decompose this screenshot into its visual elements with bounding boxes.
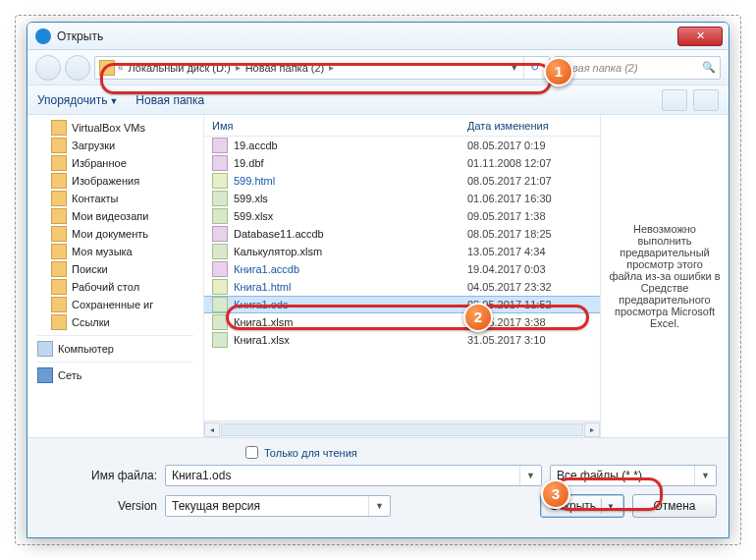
file-row[interactable]: Database11.accdb08.05.2017 18:25 (204, 225, 600, 243)
list-header[interactable]: Имя Дата изменения (204, 115, 600, 137)
callout-badge-3: 3 (541, 479, 570, 509)
dialog-body: VirtualBox VMs Загрузки Избранное Изобра… (27, 115, 729, 437)
titlebar: Открыть ✕ (27, 23, 729, 50)
search-input[interactable]: Новая папка (2) 🔍 (554, 56, 721, 80)
version-label: Version (39, 499, 157, 513)
crumb-segment-0[interactable]: Локальный диск (D:) (127, 62, 233, 74)
tree-network[interactable]: Сеть (27, 366, 203, 384)
file-row[interactable]: Книга1.xlsm02.05.2017 3:38 (204, 313, 600, 331)
tree-item: Мои видеозапи (27, 207, 203, 225)
tree-item: Контакты (27, 190, 203, 207)
file-name: 599.xlsx (234, 210, 467, 222)
file-icon (212, 261, 228, 277)
tree-item: VirtualBox VMs (27, 119, 203, 137)
h-scrollbar[interactable]: ◂ ▸ (204, 420, 600, 437)
crumb-prefix: « (117, 62, 125, 73)
lower-panel: Только для чтения Имя файла: Книга1.ods … (27, 437, 729, 537)
col-name[interactable]: Имя (212, 120, 467, 132)
tree-item: Рабочий стол (27, 278, 203, 296)
file-date: 01.06.2017 16:30 (467, 193, 552, 204)
file-icon (212, 314, 228, 330)
file-icon (212, 191, 228, 206)
file-icon (212, 155, 228, 171)
close-button[interactable]: ✕ (677, 27, 723, 46)
file-name: Книга1.html (234, 281, 467, 293)
preview-message: Невозможно выполнить предварительный про… (609, 223, 721, 329)
tree-computer[interactable]: Компьютер (27, 340, 203, 358)
file-name: 599.xls (234, 193, 467, 204)
chevron-down-icon: ▼ (607, 502, 615, 511)
file-row[interactable]: 19.accdb08.05.2017 0:19 (204, 137, 600, 154)
scroll-track[interactable] (221, 423, 583, 436)
breadcrumb[interactable]: « Локальный диск (D:) ▸ Новая папка (2) … (94, 56, 550, 80)
file-icon (212, 226, 228, 242)
chevron-down-icon[interactable]: ▼ (694, 466, 710, 485)
file-icon (212, 173, 228, 189)
file-name: 19.accdb (234, 140, 467, 151)
toolbar: Упорядочить▼ Новая папка (27, 85, 729, 115)
file-name: 599.html (234, 175, 467, 187)
file-date: 08.05.2017 18:25 (467, 228, 552, 240)
file-name: Database11.accdb (234, 228, 467, 240)
chevron-down-icon[interactable]: ▼ (519, 466, 535, 485)
nav-bar: « Локальный диск (D:) ▸ Новая папка (2) … (27, 50, 729, 85)
nav-tree[interactable]: VirtualBox VMs Загрузки Избранное Изобра… (27, 115, 204, 437)
file-date: 01.11.2008 12:07 (467, 157, 552, 169)
file-date: 08.05.2017 21:07 (467, 175, 552, 187)
scroll-left-icon[interactable]: ◂ (204, 422, 220, 437)
help-button[interactable] (693, 89, 719, 111)
search-icon: 🔍 (702, 61, 716, 74)
file-row[interactable]: Книга1.ods08.05.2017 11:52 (204, 296, 600, 313)
col-date[interactable]: Дата изменения (467, 120, 549, 132)
tree-item: Изображения (27, 172, 203, 190)
new-folder-button[interactable]: Новая папка (135, 93, 204, 107)
crumb-dropdown[interactable]: ▾ (508, 57, 521, 79)
scroll-right-icon[interactable]: ▸ (584, 422, 600, 437)
callout-badge-2: 2 (463, 303, 493, 332)
chevron-right-icon: ▸ (235, 62, 242, 73)
file-row[interactable]: 599.xlsx09.05.2017 1:38 (204, 207, 600, 225)
callout-badge-1: 1 (544, 57, 573, 86)
file-list: Имя Дата изменения 19.accdb08.05.2017 0:… (204, 115, 601, 437)
back-button[interactable] (35, 55, 61, 81)
file-row[interactable]: Книга1.html04.05.2017 23:32 (204, 278, 600, 296)
open-dialog: Открыть ✕ « Локальный диск (D:) ▸ Новая … (27, 22, 729, 538)
readonly-checkbox[interactable] (245, 446, 258, 459)
file-icon (212, 297, 228, 312)
folder-icon (99, 60, 115, 76)
file-icon (212, 208, 228, 224)
organize-menu[interactable]: Упорядочить▼ (37, 93, 118, 107)
view-button[interactable] (662, 89, 687, 111)
file-date: 13.05.2017 4:34 (467, 246, 546, 257)
file-row[interactable]: Книга1.accdb19.04.2017 0:03 (204, 260, 600, 278)
cancel-button[interactable]: Отмена (632, 494, 717, 518)
file-icon (212, 138, 228, 153)
crumb-segment-1[interactable]: Новая папка (2) (243, 62, 327, 74)
file-row[interactable]: 599.html08.05.2017 21:07 (204, 172, 600, 190)
forward-button[interactable] (65, 55, 90, 81)
tree-item: Избранное (27, 154, 203, 172)
file-name: 19.dbf (234, 157, 467, 169)
file-name: Книга1.ods (234, 299, 467, 310)
file-name: Книга1.xlsm (234, 316, 467, 328)
filetype-filter[interactable]: Все файлы (*.*) ▼ (550, 465, 717, 486)
file-row[interactable]: Калькулятор.xlsm13.05.2017 4:34 (204, 243, 600, 260)
file-name: Калькулятор.xlsm (234, 246, 467, 257)
file-icon (212, 332, 228, 348)
file-icon (212, 244, 228, 259)
filename-label: Имя файла: (39, 469, 157, 482)
file-row[interactable]: 19.dbf01.11.2008 12:07 (204, 154, 600, 172)
window-title: Открыть (57, 29, 677, 43)
version-select[interactable]: Текущая версия ▼ (165, 495, 391, 517)
refresh-button[interactable]: ↻ (523, 57, 545, 79)
tree-item: Мои документь (27, 225, 203, 243)
chevron-down-icon: ▼ (109, 96, 118, 106)
tree-item: Сохраненные иг (27, 296, 203, 313)
filename-input[interactable]: Книга1.ods ▼ (165, 465, 542, 486)
file-row[interactable]: 599.xls01.06.2017 16:30 (204, 190, 600, 207)
file-row[interactable]: Книга1.xlsx31.05.2017 3:10 (204, 331, 600, 349)
file-icon (212, 279, 228, 295)
tree-item: Загрузки (27, 137, 203, 154)
file-name: Книга1.xlsx (234, 334, 467, 346)
chevron-down-icon[interactable]: ▼ (368, 496, 384, 516)
